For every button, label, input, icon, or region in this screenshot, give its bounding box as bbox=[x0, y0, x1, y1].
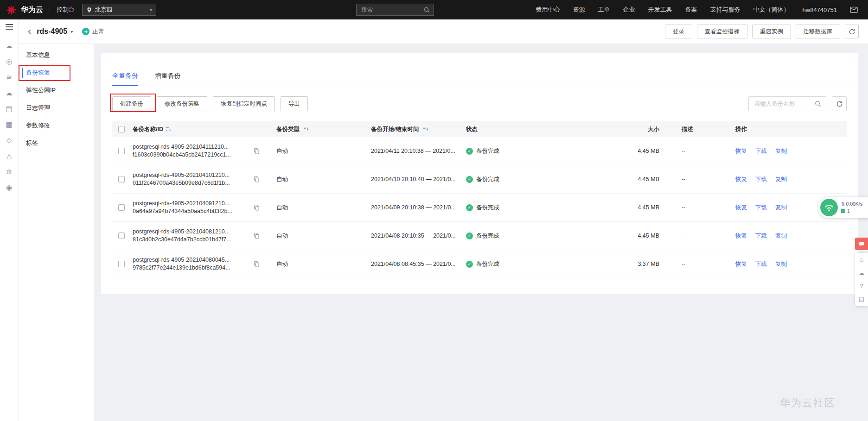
menu-icp[interactable]: 备案 bbox=[685, 6, 697, 14]
region-name: 北京四 bbox=[95, 6, 113, 14]
refresh-table-button[interactable] bbox=[832, 96, 847, 111]
menu-billing[interactable]: 费用中心 bbox=[536, 6, 560, 14]
cloud-download-icon[interactable]: ☁ bbox=[859, 270, 865, 276]
sidebar-item-eip[interactable]: 弹性公网IP bbox=[19, 82, 94, 99]
cloud-service-icon[interactable]: ☁ bbox=[4, 88, 15, 99]
top-menu: 费用中心 资源 工单 企业 开发工具 备案 支持与服务 中文（简体） hw847… bbox=[536, 6, 868, 14]
row-checkbox[interactable] bbox=[118, 176, 125, 182]
cloud-backup-icon[interactable]: ◇ bbox=[4, 135, 15, 146]
restore-link[interactable]: 恢复 bbox=[735, 147, 747, 155]
console-link[interactable]: 控制台 bbox=[57, 6, 75, 14]
login-button[interactable]: 登录 bbox=[665, 25, 692, 38]
main-content: 全量备份 增量备份 创建备份 修改备份策略 恢复到指定时间点 导出 bbox=[94, 44, 868, 421]
backup-status: 备份完成 bbox=[476, 260, 499, 268]
backup-name: postgresql-rds-4905-202104111210... bbox=[133, 143, 231, 151]
success-icon: ✓ bbox=[466, 204, 473, 211]
replicate-link[interactable]: 复制 bbox=[775, 176, 787, 183]
replicate-link[interactable]: 复制 bbox=[775, 147, 787, 155]
copy-icon[interactable] bbox=[253, 176, 260, 182]
copy-icon[interactable] bbox=[253, 261, 260, 267]
sidebar-item-tags[interactable]: 标签 bbox=[19, 134, 94, 152]
backup-type: 自动 bbox=[276, 147, 371, 155]
download-link[interactable]: 下载 bbox=[755, 176, 767, 183]
replicate-link[interactable]: 复制 bbox=[775, 204, 787, 212]
log-icon[interactable]: ▦ bbox=[4, 119, 15, 130]
auto-scaling-icon[interactable]: ≋ bbox=[4, 72, 15, 83]
create-backup-button[interactable]: 创建备份 bbox=[112, 96, 151, 111]
menu-support[interactable]: 支持与服务 bbox=[710, 6, 740, 14]
row-checkbox[interactable] bbox=[118, 261, 125, 267]
replicate-link[interactable]: 复制 bbox=[775, 260, 787, 268]
restore-link[interactable]: 恢复 bbox=[735, 176, 747, 183]
emoji-icon[interactable]: ☺ bbox=[858, 257, 864, 263]
menu-dev-tools[interactable]: 开发工具 bbox=[648, 6, 672, 14]
tab-full-backup[interactable]: 全量备份 bbox=[112, 72, 138, 86]
region-selector[interactable]: 北京四 ▾ bbox=[82, 4, 156, 16]
signal-icon[interactable] bbox=[820, 199, 838, 216]
help-icon[interactable]: ? bbox=[860, 283, 863, 289]
copy-icon[interactable] bbox=[253, 148, 260, 154]
restart-instance-button[interactable]: 重启实例 bbox=[752, 25, 791, 38]
tab-incremental-backup[interactable]: 增量备份 bbox=[155, 72, 181, 86]
download-link[interactable]: 下载 bbox=[755, 147, 767, 155]
sidebar-item-logs[interactable]: 日志管理 bbox=[19, 99, 94, 117]
modify-backup-policy-button[interactable]: 修改备份策略 bbox=[157, 96, 207, 111]
search-icon[interactable] bbox=[424, 7, 430, 13]
backup-search[interactable] bbox=[748, 96, 826, 111]
copy-icon[interactable] bbox=[253, 204, 260, 211]
back-arrow-icon[interactable]: ‹ bbox=[28, 26, 31, 37]
sort-icon[interactable] bbox=[166, 126, 171, 132]
sort-icon[interactable] bbox=[303, 126, 309, 132]
globe-icon[interactable]: ⊕ bbox=[4, 166, 15, 177]
export-button[interactable]: 导出 bbox=[281, 96, 308, 111]
menu-tickets[interactable]: 工单 bbox=[598, 6, 610, 14]
side-tool-panel: ☺ ☁ ? ▤ bbox=[855, 253, 868, 306]
instance-dropdown-icon[interactable]: ▾ bbox=[70, 29, 73, 34]
menu-resources[interactable]: 资源 bbox=[573, 6, 585, 14]
menu-account[interactable]: hw84740751 bbox=[803, 6, 837, 13]
download-link[interactable]: 下载 bbox=[755, 204, 767, 212]
global-search-input[interactable] bbox=[360, 6, 424, 13]
survey-icon[interactable]: ▤ bbox=[859, 296, 864, 302]
backup-search-input[interactable] bbox=[753, 100, 815, 107]
restore-link[interactable]: 恢复 bbox=[735, 204, 747, 212]
download-link[interactable]: 下载 bbox=[755, 260, 767, 268]
sidebar-item-parameters[interactable]: 参数修改 bbox=[19, 117, 94, 134]
menu-language[interactable]: 中文（简体） bbox=[753, 6, 790, 14]
user-group-icon[interactable]: ◎ bbox=[4, 56, 15, 67]
menu-enterprise[interactable]: 企业 bbox=[623, 6, 635, 14]
backup-id: 0a64a97a94b74344a50aa5c4b83f2b... bbox=[133, 207, 232, 215]
view-metrics-button[interactable]: 查看监控指标 bbox=[697, 25, 747, 38]
hamburger-icon[interactable] bbox=[5, 24, 13, 30]
row-checkbox[interactable] bbox=[118, 232, 125, 239]
sort-icon[interactable] bbox=[423, 126, 428, 132]
community-watermark: 华为云社区 bbox=[780, 396, 836, 410]
support-icon[interactable]: ◉ bbox=[4, 182, 15, 193]
download-link[interactable]: 下载 bbox=[755, 232, 767, 240]
row-checkbox[interactable] bbox=[118, 204, 125, 211]
console-icon[interactable]: ☁ bbox=[4, 40, 15, 51]
global-search[interactable] bbox=[356, 4, 434, 16]
document-icon[interactable]: ▤ bbox=[4, 103, 15, 114]
copy-icon[interactable] bbox=[253, 232, 260, 239]
migrate-database-button[interactable]: 迁移数据库 bbox=[796, 25, 841, 38]
host-icon bbox=[841, 209, 845, 213]
select-all-checkbox[interactable] bbox=[118, 126, 125, 132]
sidebar-item-basic-info[interactable]: 基本信息 bbox=[19, 46, 94, 64]
mail-icon[interactable] bbox=[850, 6, 858, 13]
huawei-logo[interactable]: 华为云 bbox=[0, 4, 43, 16]
experiment-icon[interactable]: △ bbox=[4, 151, 15, 162]
restore-to-point-button[interactable]: 恢复到指定时间点 bbox=[213, 96, 275, 111]
huawei-flower-icon bbox=[6, 4, 17, 16]
feedback-button[interactable] bbox=[855, 238, 868, 250]
instance-status: 正常 bbox=[82, 27, 104, 36]
row-checkbox[interactable] bbox=[118, 148, 125, 154]
replicate-link[interactable]: 复制 bbox=[775, 232, 787, 240]
refresh-button[interactable] bbox=[845, 25, 859, 38]
backup-desc: -- bbox=[670, 176, 735, 182]
restore-link[interactable]: 恢复 bbox=[735, 232, 747, 240]
instance-title: rds-4905 bbox=[37, 27, 67, 36]
sidebar-item-backup-restore[interactable]: 备份恢复 bbox=[19, 64, 94, 82]
search-icon[interactable] bbox=[815, 101, 821, 107]
restore-link[interactable]: 恢复 bbox=[735, 260, 747, 268]
